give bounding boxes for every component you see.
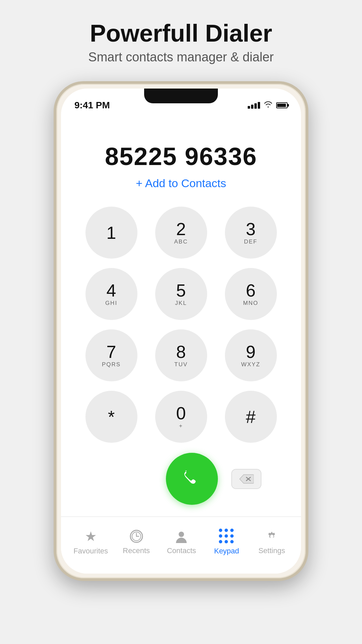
battery-icon: [276, 102, 288, 108]
keypad: 1 2 ABC 3 DEF 4 GHI: [71, 207, 291, 443]
key-1[interactable]: 1: [85, 207, 137, 259]
settings-icon: [264, 529, 279, 544]
nav-item-keypad[interactable]: Keypad: [210, 529, 243, 555]
phone-number-display: 85225 96336: [105, 142, 257, 171]
key-0[interactable]: 0 +: [155, 391, 207, 443]
nav-item-favourites[interactable]: ★ Favourites: [73, 529, 108, 555]
app-subtitle: Smart contacts manager & dialer: [88, 50, 274, 64]
svg-point-7: [179, 532, 184, 537]
status-time: 9:41 PM: [74, 100, 110, 111]
phone-frame: 9:41 PM: [54, 81, 308, 581]
contacts-icon: [174, 529, 189, 544]
signal-bars-icon: [248, 102, 260, 109]
key-hash[interactable]: #: [225, 391, 277, 443]
status-icons: [248, 101, 288, 110]
star-icon: ★: [85, 529, 97, 544]
nav-label-settings: Settings: [258, 546, 285, 555]
notch: [144, 89, 218, 103]
call-button[interactable]: [166, 453, 218, 505]
nav-label-favourites: Favourites: [73, 547, 108, 555]
key-3[interactable]: 3 DEF: [225, 207, 277, 259]
phone-screen: 9:41 PM: [61, 89, 301, 574]
key-8[interactable]: 8 TUV: [155, 329, 207, 381]
phone-wrapper: 9:41 PM: [54, 74, 308, 644]
bottom-nav: ★ Favourites Recents: [61, 517, 301, 574]
key-9[interactable]: 9 WXYZ: [225, 329, 277, 381]
backspace-icon: [239, 474, 254, 484]
nav-item-contacts[interactable]: Contacts: [165, 529, 198, 555]
app-title: Powerfull Dialer: [88, 20, 274, 47]
nav-label-contacts: Contacts: [167, 546, 196, 555]
key-6[interactable]: 6 MNO: [225, 268, 277, 320]
app-header: Powerfull Dialer Smart contacts manager …: [81, 0, 280, 74]
action-row: [71, 453, 291, 505]
nav-item-settings[interactable]: Settings: [255, 529, 289, 555]
wifi-icon: [263, 101, 273, 110]
key-7[interactable]: 7 PQRS: [85, 329, 137, 381]
key-2[interactable]: 2 ABC: [155, 207, 207, 259]
dialer-content: 85225 96336 + Add to Contacts 1 2 ABC: [61, 115, 301, 574]
svg-point-8: [270, 535, 274, 538]
nav-label-keypad: Keypad: [214, 547, 239, 555]
keypad-icon: [219, 529, 234, 544]
nav-item-recents[interactable]: Recents: [120, 529, 153, 555]
add-to-contacts-button[interactable]: + Add to Contacts: [136, 177, 226, 190]
key-star[interactable]: *: [85, 391, 137, 443]
nav-label-recents: Recents: [123, 546, 150, 555]
recents-icon: [129, 529, 144, 544]
backspace-button[interactable]: [231, 469, 261, 489]
phone-icon: [180, 467, 204, 491]
key-4[interactable]: 4 GHI: [85, 268, 137, 320]
key-5[interactable]: 5 JKL: [155, 268, 207, 320]
